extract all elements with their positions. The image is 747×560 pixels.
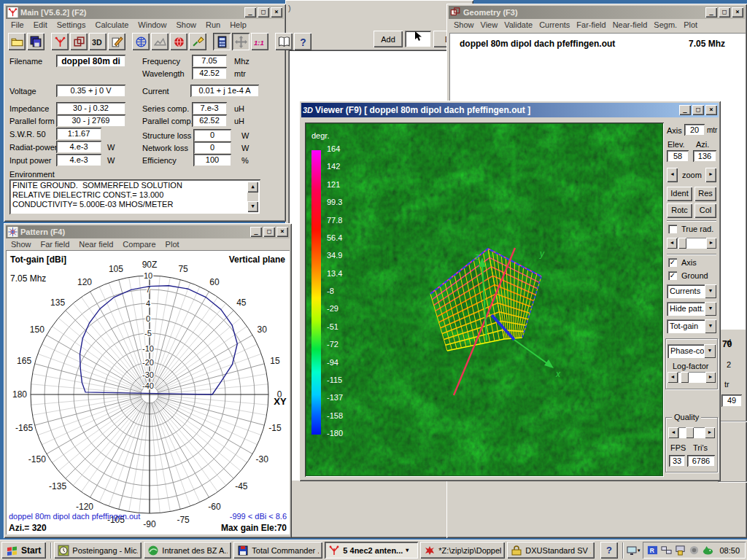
voltage-field[interactable]: 0.35 + j 0 V [56, 85, 125, 97]
geometry-menu-near-field[interactable]: Near-field [613, 20, 648, 30]
slider-right-arrow-icon[interactable]: ► [705, 372, 716, 383]
chevron-down-icon[interactable]: ▼ [705, 284, 716, 298]
edit-button[interactable] [108, 33, 125, 50]
open-button[interactable] [8, 33, 26, 50]
geometry-menu-validate[interactable]: Validate [504, 20, 533, 30]
geometry-menu-show[interactable]: Show [454, 20, 474, 30]
rdp-icon[interactable]: R [647, 545, 658, 556]
chevron-down-icon[interactable]: ▼ [705, 319, 716, 333]
close-button[interactable]: × [276, 227, 288, 237]
taskbar-task-6[interactable]: DXUStandard SV ... [507, 542, 595, 559]
main-menu-settings[interactable]: Settings [57, 20, 86, 30]
display-settings-icon[interactable]: ▾ [626, 545, 640, 556]
antenna-button[interactable] [51, 33, 69, 50]
geometry-menu-currents[interactable]: Currents [539, 20, 570, 30]
slider-left-arrow-icon[interactable]: ◄ [667, 372, 678, 383]
viewer-3d-scene[interactable]: zxy degr. 16414212199.377.856.434.913.4-… [305, 122, 664, 477]
wavelength-field[interactable]: 42.52 [192, 67, 227, 79]
book-button[interactable] [275, 33, 293, 50]
geometry-menu-segm-[interactable]: Segm. [654, 20, 677, 30]
pattern-menu-show[interactable]: Show [11, 240, 31, 249]
taskbar-task-4[interactable]: 5 4nec2 anten...▾ [325, 542, 418, 559]
geometry-menu-view[interactable]: View [481, 20, 498, 30]
series-comp-field[interactable]: 7.e-3 [192, 102, 227, 114]
quality-slider[interactable]: ◄► [668, 427, 715, 438]
rotc-button[interactable]: Rotc [667, 203, 692, 218]
dragon-icon[interactable] [703, 545, 713, 556]
azimuth-field[interactable]: 136 [693, 150, 716, 162]
true-rad-checkbox[interactable] [668, 225, 677, 233]
taskbar-task-2[interactable]: Intranet des BZ A... [144, 542, 231, 559]
zoom-in-button[interactable]: ► [705, 168, 716, 182]
maximize-button[interactable]: □ [719, 7, 730, 18]
clock[interactable]: 08:50 [719, 546, 740, 555]
pattern-titlebar[interactable]: Pattern (F4) _ □ × [6, 225, 290, 238]
minimize-button[interactable]: _ [679, 105, 691, 115]
pattern-menu-compare[interactable]: Compare [123, 240, 155, 249]
pattern-globe-button[interactable] [132, 33, 150, 50]
zoom-out-button[interactable]: ◄ [667, 168, 678, 182]
taskbar-task-3[interactable]: Total Commander ... [233, 542, 322, 559]
main-menu-edit[interactable]: Edit [34, 20, 47, 30]
calculate-button[interactable] [213, 33, 231, 50]
save-button[interactable] [27, 33, 44, 50]
environment-scrollbar[interactable]: ▲ ▼ [247, 182, 258, 212]
hide-pattern-dropdown[interactable]: Hide patt.▼ [667, 302, 716, 316]
network-icon[interactable] [661, 545, 672, 556]
maximize-button[interactable]: □ [692, 105, 704, 115]
scroll-up-icon[interactable]: ▲ [247, 182, 258, 192]
maximize-button[interactable]: □ [258, 7, 269, 18]
input-power-field[interactable]: 4.e-3 [56, 154, 101, 166]
cube-button[interactable] [70, 33, 88, 50]
clipped-field-49[interactable]: 49 [721, 394, 742, 407]
current-field[interactable]: 0.01 + j 1e-4 A [190, 85, 259, 97]
slider-left-arrow-icon[interactable]: ◄ [667, 238, 677, 249]
chevron-down-icon[interactable]: ▾ [406, 547, 409, 553]
help-tray-button[interactable]: ? [600, 542, 618, 559]
elevation-field[interactable]: 58 [667, 150, 689, 162]
currents-dropdown[interactable]: Currents▼ [667, 284, 716, 298]
taskbar-task-5[interactable]: *Z:\zip\zip\Doppel... [420, 542, 505, 559]
swr-field[interactable]: 1:1.67 [56, 128, 101, 140]
chevron-down-icon[interactable]: ▼ [704, 344, 716, 358]
slider-right-arrow-icon[interactable]: ► [705, 427, 715, 438]
pattern-plot-area[interactable]: 10740-5-10-20-30-4090Z105120135150165180… [6, 250, 290, 534]
terrain-button[interactable] [151, 33, 169, 50]
tot-gain-dropdown[interactable]: Tot-gain▼ [667, 319, 716, 333]
view-3d-button[interactable]: 3D [89, 33, 107, 50]
environment-box[interactable]: FINITE GROUND. SOMMERFELD SOLUTION RELAT… [9, 179, 260, 214]
phase-color-dropdown[interactable]: Phase-co▼ [667, 344, 716, 358]
geometry-menu-plot[interactable]: Plot [684, 20, 697, 30]
main-menu-calculate[interactable]: Calculate [95, 20, 128, 30]
chevron-down-icon[interactable]: ▼ [705, 302, 716, 316]
pattern-menu-plot[interactable]: Plot [166, 240, 179, 249]
log-factor-slider[interactable]: ◄► [667, 372, 716, 383]
minimize-button[interactable]: _ [244, 7, 256, 18]
axis-checkbox[interactable]: ✓ [668, 258, 677, 267]
col-button[interactable]: Col [694, 203, 716, 218]
ground-checkbox[interactable]: ✓ [668, 271, 677, 280]
efficiency-field[interactable]: 100 [193, 154, 231, 166]
filename-field[interactable]: doppel 80m di [56, 55, 125, 67]
pattern-menu-near-field[interactable]: Near field [79, 240, 113, 249]
close-button[interactable]: × [271, 7, 282, 18]
slider-right-arrow-icon[interactable]: ► [706, 238, 716, 249]
parallel-comp-field[interactable]: 62.52 [192, 114, 227, 127]
scroll-down-icon[interactable]: ▼ [247, 201, 258, 212]
add-button[interactable]: Add [374, 31, 403, 47]
close-button[interactable]: × [732, 7, 743, 18]
one-to-one-button[interactable]: 1:1 [251, 33, 268, 50]
frequency-field[interactable]: 7.05 [192, 55, 227, 67]
far-field-sphere-button[interactable] [170, 33, 187, 50]
main-titlebar[interactable]: Main [V5.6.2] (F2) _ □ × [6, 6, 284, 19]
axis-size-field[interactable]: 20 [684, 124, 705, 136]
main-menu-file[interactable]: File [11, 20, 24, 30]
close-button[interactable]: × [705, 105, 717, 115]
volume-icon[interactable] [689, 545, 700, 556]
structure-loss-field[interactable]: 0 [193, 129, 231, 141]
wand-button[interactable] [189, 33, 206, 50]
main-menu-help[interactable]: Help [230, 20, 247, 30]
minimize-button[interactable]: _ [250, 227, 262, 237]
true-rad-slider[interactable]: ◄► [667, 238, 716, 249]
maximize-button[interactable]: □ [263, 227, 275, 237]
